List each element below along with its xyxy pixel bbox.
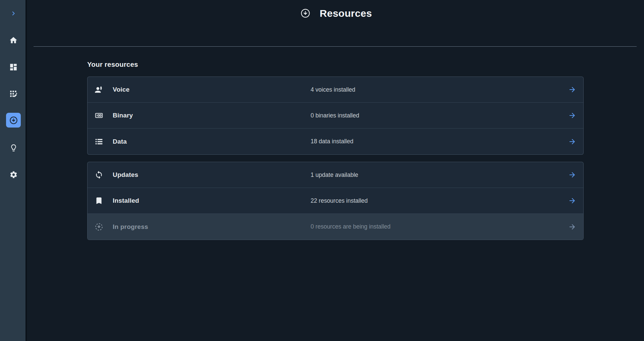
arrow-forward-icon [568, 197, 576, 205]
arrow-forward-icon [568, 111, 576, 119]
resource-row-status: 22 resources installed [311, 197, 368, 204]
bookmark-icon [95, 196, 103, 205]
resource-row-status: 0 resources are being installed [311, 223, 390, 230]
resource-row-label: Binary [113, 112, 133, 119]
resource-row-status: 4 voices installed [311, 86, 355, 93]
app-registration-icon [9, 90, 18, 98]
resource-status-card: Updates 1 update available Installed 22 … [87, 162, 584, 240]
arrow-forward-icon [568, 138, 576, 146]
downloading-icon [95, 223, 103, 231]
resource-row-label: In progress [113, 223, 148, 231]
lightbulb-icon [9, 144, 18, 152]
resource-row-installed[interactable]: Installed 22 resources installed [88, 188, 583, 214]
header-divider [34, 46, 637, 47]
resource-row-label: Data [113, 138, 127, 145]
data-list-icon [95, 137, 103, 146]
resource-row-status: 18 data installed [311, 138, 353, 145]
sidebar-item-dashboard[interactable] [6, 60, 21, 75]
resource-row-label: Voice [113, 86, 129, 93]
home-icon [9, 36, 18, 45]
sidebar-item-editor[interactable] [6, 87, 21, 101]
arrow-forward-icon [568, 171, 576, 179]
chevron-right-icon [9, 9, 17, 17]
resource-row-in-progress[interactable]: In progress 0 resources are being instal… [88, 214, 583, 240]
page-title: Resources [320, 8, 372, 19]
dashboard-icon [9, 63, 18, 71]
resource-row-status: 0 binaries installed [311, 112, 359, 119]
download-circle-icon [300, 8, 311, 20]
page-header: Resources [28, 0, 644, 27]
arrow-forward-icon [568, 86, 576, 94]
resource-row-data[interactable]: Data 18 data installed [88, 129, 583, 154]
binary-icon [95, 111, 103, 120]
resource-row-status: 1 update available [311, 172, 358, 179]
sidebar-toggle-button[interactable] [6, 6, 21, 21]
sidebar-item-resources[interactable] [6, 113, 21, 128]
resource-row-updates[interactable]: Updates 1 update available [88, 162, 583, 188]
resource-row-voice[interactable]: Voice 4 voices installed [88, 77, 583, 103]
sync-icon [95, 170, 103, 179]
resource-types-card: Voice 4 voices installed Binary 0 binari… [87, 77, 584, 155]
resource-row-label: Installed [113, 197, 139, 204]
voice-icon [95, 85, 103, 94]
gear-icon [9, 170, 18, 179]
resource-row-label: Updates [113, 171, 138, 179]
download-circle-icon [9, 116, 18, 125]
sidebar [0, 0, 27, 341]
resource-row-binary[interactable]: Binary 0 binaries installed [88, 103, 583, 129]
arrow-forward-icon [568, 223, 576, 231]
section-heading: Your resources [87, 60, 138, 68]
sidebar-item-ideas[interactable] [6, 140, 21, 155]
sidebar-item-home[interactable] [6, 33, 21, 48]
sidebar-item-settings[interactable] [6, 167, 21, 182]
